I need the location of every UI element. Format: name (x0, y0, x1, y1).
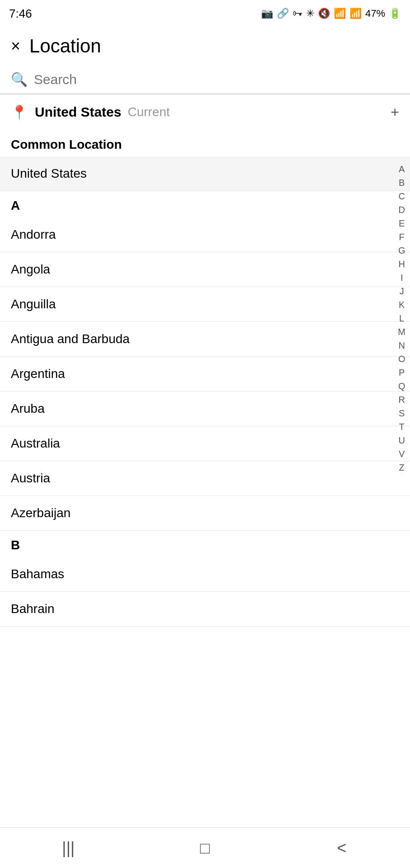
status-bar: 7:46 📷 🔗 🗝 ✳ 🔇 📶 📶 47% 🔋 (0, 0, 410, 27)
list-item[interactable]: Bahamas (0, 557, 410, 592)
key-icon: 🗝 (293, 8, 303, 19)
mute-icon: 🔇 (318, 8, 330, 19)
list-item[interactable]: Austria (0, 461, 410, 496)
alpha-letter-i[interactable]: I (399, 271, 405, 284)
alpha-letter-e[interactable]: E (397, 217, 406, 230)
list-item[interactable]: United States (0, 156, 410, 191)
wifi-icon: 📶 (334, 8, 346, 19)
nav-home-button[interactable]: □ (187, 835, 223, 862)
status-icons: 📷 🔗 🗝 ✳ 🔇 📶 📶 47% 🔋 (261, 8, 401, 19)
status-time: 7:46 (9, 7, 32, 21)
camera-icon: 📷 (261, 8, 273, 19)
common-location-title: Common Location (11, 137, 122, 151)
common-location-header: Common Location (0, 130, 410, 156)
alpha-letter-l[interactable]: L (397, 312, 406, 325)
alpha-letter-k[interactable]: K (397, 298, 406, 311)
add-icon[interactable]: + (391, 104, 399, 121)
page-title: Location (29, 35, 101, 57)
alpha-letter-a[interactable]: A (397, 163, 406, 175)
alpha-letter-o[interactable]: O (396, 353, 407, 365)
list-item[interactable]: Antigua and Barbuda (0, 322, 410, 357)
bottom-nav: ||| □ < (0, 827, 410, 868)
list-item[interactable]: Anguilla (0, 287, 410, 322)
alpha-letter-t[interactable]: T (397, 420, 406, 433)
nav-back-button[interactable]: < (324, 835, 360, 862)
list-item[interactable]: Andorra (0, 217, 410, 252)
alpha-letter-j[interactable]: J (398, 285, 406, 297)
search-input[interactable] (34, 72, 399, 87)
alpha-letter-h[interactable]: H (396, 258, 406, 270)
alpha-letter-s[interactable]: S (397, 407, 406, 420)
alpha-letter-f[interactable]: F (397, 231, 406, 243)
alpha-letter-n[interactable]: N (396, 339, 406, 352)
country-sections: AAndorraAngolaAnguillaAntigua and Barbud… (0, 191, 410, 627)
list-item[interactable]: Bahrain (0, 592, 410, 627)
battery-status: 47% (365, 8, 385, 19)
list-item[interactable]: Aruba (0, 392, 410, 426)
common-location-section: Common Location United States (0, 130, 410, 191)
current-label: Current (128, 105, 170, 119)
alpha-letter-b[interactable]: B (397, 176, 406, 189)
list-item[interactable]: Azerbaijan (0, 496, 410, 531)
section-header-a: A (0, 191, 410, 217)
search-icon: 🔍 (11, 71, 28, 87)
location-pin-icon: 📍 (11, 104, 28, 120)
alpha-letter-r[interactable]: R (396, 393, 406, 406)
alpha-letter-m[interactable]: M (396, 326, 407, 338)
battery-icon: 🔋 (389, 8, 401, 19)
current-country: United States (35, 104, 121, 120)
section-letter-a: A (11, 198, 20, 212)
alpha-letter-z[interactable]: Z (397, 461, 406, 474)
current-location-row[interactable]: 📍 United States Current + (0, 94, 410, 130)
alpha-letter-d[interactable]: D (396, 203, 406, 216)
list-item[interactable]: Australia (0, 426, 410, 461)
alpha-letter-v[interactable]: V (397, 448, 406, 460)
nav-menu-button[interactable]: ||| (50, 835, 86, 862)
alpha-letter-g[interactable]: G (396, 244, 407, 257)
signal-icon: 📶 (349, 8, 362, 19)
section-letter-b: B (11, 538, 20, 552)
list-item[interactable]: Angola (0, 252, 410, 287)
section-header-b: B (0, 531, 410, 557)
close-button[interactable]: × (11, 38, 20, 54)
alpha-letter-p[interactable]: P (397, 366, 406, 379)
common-country-list: United States (0, 156, 410, 191)
search-bar: 🔍 (0, 65, 410, 94)
link-icon: 🔗 (277, 8, 289, 19)
alpha-letter-u[interactable]: U (396, 434, 406, 447)
bluetooth-icon: ✳ (306, 8, 314, 19)
country-list-a: AndorraAngolaAnguillaAntigua and Barbuda… (0, 217, 410, 531)
list-item[interactable]: Argentina (0, 357, 410, 392)
alphabet-index: ABCDEFGHIJKLMNOPQRSTUVZ (396, 163, 407, 474)
country-list-b: BahamasBahrain (0, 557, 410, 627)
alpha-letter-q[interactable]: Q (396, 380, 407, 392)
alpha-letter-c[interactable]: C (396, 190, 406, 203)
page-header: × Location (0, 27, 410, 65)
